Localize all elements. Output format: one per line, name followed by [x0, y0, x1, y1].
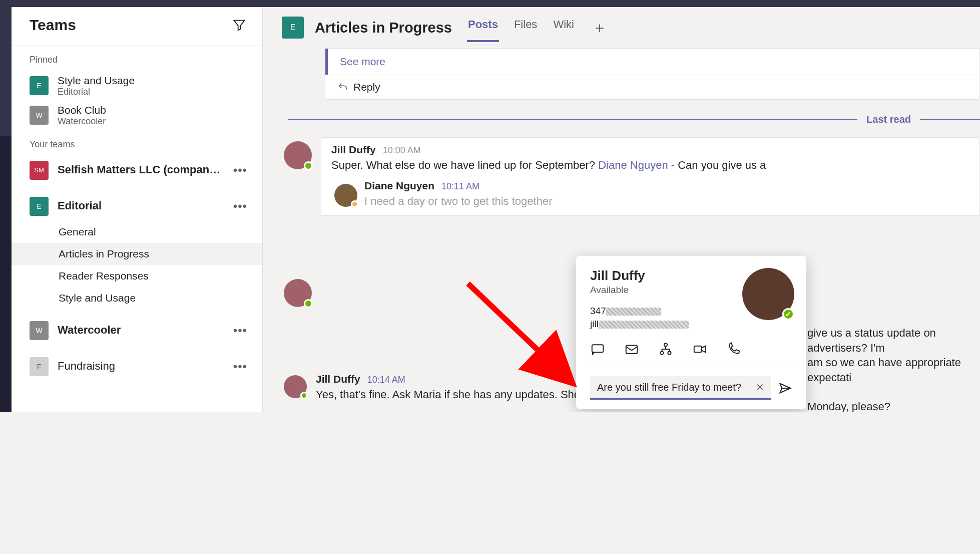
- org-chart-icon[interactable]: [658, 342, 673, 357]
- nested-reply: Diane Nguyen 10:11 AM I need a day or tw…: [334, 180, 969, 209]
- last-read-label: Last read: [857, 114, 920, 125]
- reply-timestamp: 10:11 AM: [441, 181, 479, 192]
- team-name: Editorial: [58, 199, 102, 212]
- profile-email: jill: [590, 319, 689, 330]
- post-text-fragment: give us a status update on advertisers? …: [807, 326, 980, 385]
- svg-rect-0: [592, 345, 604, 352]
- team-more-button[interactable]: •••: [229, 324, 251, 338]
- video-icon[interactable]: [692, 342, 707, 357]
- team-row-editorial[interactable]: E Editorial •••: [12, 192, 262, 221]
- pinned-channel-team: Editorial: [58, 87, 135, 98]
- profile-name: Jill Duffy: [590, 268, 689, 284]
- profile-hover-card: Jill Duffy Available 347 jill: [576, 256, 806, 409]
- svg-rect-5: [694, 346, 702, 353]
- last-read-divider: Last read: [288, 114, 980, 125]
- teams-sidebar: Teams Pinned E Style and Usage Editorial…: [12, 7, 263, 412]
- team-avatar: E: [30, 76, 49, 95]
- channel-general[interactable]: General: [12, 221, 262, 243]
- profile-avatar[interactable]: [742, 268, 794, 320]
- reply-text: I need a day or two to get this together: [364, 194, 552, 209]
- post-text: Super. What else do we have lined up for…: [331, 158, 969, 173]
- channel-header: E Articles in Progress Posts Files Wiki …: [263, 7, 980, 48]
- filter-button[interactable]: [230, 16, 248, 34]
- team-more-button[interactable]: •••: [229, 163, 251, 177]
- presence-available-icon: [304, 299, 313, 308]
- redacted-text: [606, 308, 661, 316]
- team-avatar: W: [30, 106, 49, 125]
- team-name: Fundraising: [58, 360, 115, 373]
- quick-message-input[interactable]: [597, 382, 753, 393]
- team-avatar: E: [30, 197, 49, 216]
- send-icon: [778, 381, 792, 395]
- channel-reader-responses[interactable]: Reader Responses: [12, 265, 262, 287]
- profile-phone: 347: [590, 306, 689, 317]
- title-bar: [0, 0, 980, 7]
- channel-articles-in-progress[interactable]: Articles in Progress: [12, 243, 262, 265]
- team-row-watercooler[interactable]: W Watercooler •••: [12, 316, 262, 345]
- add-tab-button[interactable]: ＋: [589, 18, 610, 38]
- post-timestamp: 10:00 AM: [383, 145, 421, 156]
- team-avatar: F: [30, 357, 49, 376]
- mention[interactable]: Diane Nguyen: [598, 159, 668, 171]
- pinned-channel-name: Book Club: [58, 104, 106, 116]
- post: Jill Duffy 10:00 AM Super. What else do …: [284, 137, 980, 216]
- sidebar-title: Teams: [30, 17, 76, 34]
- chat-icon[interactable]: [590, 342, 605, 357]
- pinned-item[interactable]: W Book Club Watercooler: [12, 101, 262, 130]
- channel-content: E Articles in Progress Posts Files Wiki …: [263, 7, 980, 412]
- avatar[interactable]: [284, 375, 307, 398]
- reply-label: Reply: [353, 81, 380, 93]
- team-name: Watercooler: [58, 324, 121, 337]
- tab-files[interactable]: Files: [513, 14, 538, 41]
- reply-icon: [337, 82, 348, 93]
- thread-card: See more Reply: [325, 48, 980, 100]
- filter-icon: [232, 18, 246, 32]
- svg-rect-1: [626, 346, 638, 354]
- team-row-selfish-matters[interactable]: SM Selfish Matters LLC (compan… •••: [12, 156, 262, 185]
- quick-message-input-box[interactable]: ✕: [590, 376, 771, 400]
- reply-button[interactable]: Reply: [325, 75, 979, 99]
- presence-away-icon: [351, 200, 358, 208]
- call-icon[interactable]: [726, 342, 741, 357]
- svg-point-2: [664, 343, 667, 346]
- avatar[interactable]: [334, 184, 357, 207]
- tab-wiki[interactable]: Wiki: [552, 14, 575, 41]
- pinned-item[interactable]: E Style and Usage Editorial: [12, 71, 262, 101]
- clear-input-button[interactable]: ✕: [753, 381, 767, 393]
- redacted-text: [599, 321, 689, 329]
- app-rail: [0, 7, 12, 412]
- svg-point-4: [668, 351, 671, 354]
- mail-icon[interactable]: [624, 342, 639, 357]
- see-more-link[interactable]: See more: [325, 49, 979, 75]
- post-text-fragment: Monday, please?: [807, 399, 890, 412]
- post-author[interactable]: Jill Duffy: [316, 373, 360, 385]
- channel-avatar: E: [282, 17, 304, 39]
- team-more-button[interactable]: •••: [229, 199, 251, 213]
- team-more-button[interactable]: •••: [229, 360, 251, 374]
- svg-point-3: [660, 351, 663, 354]
- profile-status: Available: [590, 285, 689, 296]
- post-timestamp: 10:14 AM: [367, 375, 405, 385]
- team-name: Selfish Matters LLC (compan…: [58, 163, 220, 176]
- channel-style-and-usage[interactable]: Style and Usage: [12, 287, 262, 309]
- your-teams-label: Your teams: [12, 130, 262, 156]
- presence-available-icon: [304, 161, 313, 170]
- presence-available-icon: [300, 392, 308, 399]
- pinned-channel-name: Style and Usage: [58, 74, 135, 87]
- presence-available-icon: [782, 308, 794, 320]
- avatar[interactable]: [284, 141, 312, 169]
- channel-title: Articles in Progress: [315, 20, 452, 36]
- team-avatar: W: [30, 321, 49, 340]
- tab-posts[interactable]: Posts: [467, 14, 499, 41]
- team-avatar: SM: [30, 161, 49, 180]
- post-author[interactable]: Jill Duffy: [331, 144, 376, 156]
- pinned-channel-team: Watercooler: [58, 116, 106, 127]
- send-button[interactable]: [776, 379, 794, 397]
- reply-author[interactable]: Diane Nguyen: [364, 180, 434, 192]
- avatar[interactable]: [284, 279, 312, 307]
- team-row-fundraising[interactable]: F Fundraising •••: [12, 352, 262, 381]
- pinned-section-label: Pinned: [12, 46, 262, 71]
